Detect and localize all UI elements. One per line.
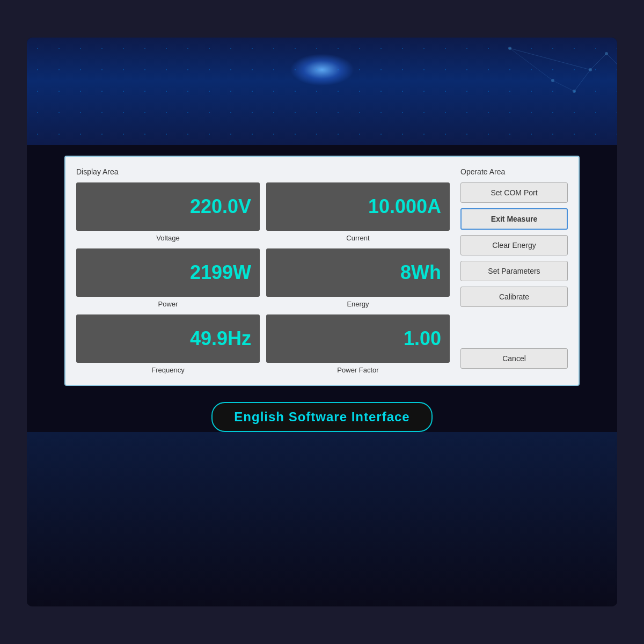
main-panel: Display Area 220.0V Voltage 10.000A bbox=[64, 156, 580, 386]
calibrate-button[interactable]: Calibrate bbox=[460, 287, 568, 307]
svg-line-5 bbox=[553, 80, 574, 91]
energy-value: 8Wh bbox=[400, 261, 441, 284]
svg-line-3 bbox=[606, 54, 617, 64]
power-factor-cell: 1.00 Power Factor bbox=[266, 314, 450, 374]
voltage-label: Voltage bbox=[156, 234, 179, 242]
outer-container: Display Area 220.0V Voltage 10.000A bbox=[27, 38, 617, 606]
voltage-value: 220.0V bbox=[190, 195, 251, 218]
current-label: Current bbox=[346, 234, 369, 242]
set-com-port-button[interactable]: Set COM Port bbox=[460, 182, 568, 203]
energy-cell: 8Wh Energy bbox=[266, 248, 450, 308]
bottom-section: English Software Interface bbox=[211, 402, 432, 432]
svg-line-1 bbox=[590, 54, 606, 70]
frequency-cell: 49.9Hz Frequency bbox=[76, 314, 260, 374]
frequency-label: Frequency bbox=[151, 366, 184, 374]
power-factor-display: 1.00 bbox=[266, 314, 450, 363]
svg-point-10 bbox=[551, 79, 554, 82]
operate-area-label: Operate Area bbox=[460, 167, 568, 176]
voltage-cell: 220.0V Voltage bbox=[76, 182, 260, 242]
cancel-button[interactable]: Cancel bbox=[460, 348, 568, 369]
power-label: Power bbox=[158, 300, 178, 308]
metrics-grid: 220.0V Voltage 10.000A Current bbox=[76, 182, 450, 374]
frequency-display: 49.9Hz bbox=[76, 314, 260, 363]
power-display: 2199W bbox=[76, 248, 260, 297]
svg-line-0 bbox=[510, 48, 590, 70]
panel-wrapper: Display Area 220.0V Voltage 10.000A bbox=[27, 145, 617, 432]
svg-point-9 bbox=[573, 90, 576, 93]
frequency-value: 49.9Hz bbox=[190, 327, 251, 350]
current-cell: 10.000A Current bbox=[266, 182, 450, 242]
energy-label: Energy bbox=[347, 300, 369, 308]
header-banner bbox=[27, 38, 617, 145]
power-factor-value: 1.00 bbox=[404, 327, 441, 350]
display-area: Display Area 220.0V Voltage 10.000A bbox=[76, 167, 450, 374]
svg-point-8 bbox=[605, 52, 608, 55]
energy-display: 8Wh bbox=[266, 248, 450, 297]
network-decoration bbox=[402, 38, 617, 145]
svg-point-6 bbox=[508, 47, 511, 50]
clear-energy-button[interactable]: Clear Energy bbox=[460, 235, 568, 255]
power-value: 2199W bbox=[190, 261, 251, 284]
current-display: 10.000A bbox=[266, 182, 450, 231]
display-area-label: Display Area bbox=[76, 167, 450, 176]
svg-point-7 bbox=[589, 68, 592, 71]
exit-measure-button[interactable]: Exit Measure bbox=[460, 208, 568, 230]
operate-area: Operate Area Set COM Port Exit Measure C… bbox=[460, 167, 568, 374]
software-label: English Software Interface bbox=[211, 402, 432, 432]
footer-dark bbox=[27, 432, 617, 606]
power-factor-label: Power Factor bbox=[337, 366, 378, 374]
svg-line-4 bbox=[510, 48, 553, 80]
voltage-display: 220.0V bbox=[76, 182, 260, 231]
power-cell: 2199W Power bbox=[76, 248, 260, 308]
set-parameters-button[interactable]: Set Parameters bbox=[460, 261, 568, 281]
svg-line-2 bbox=[574, 70, 590, 91]
current-value: 10.000A bbox=[368, 195, 441, 218]
